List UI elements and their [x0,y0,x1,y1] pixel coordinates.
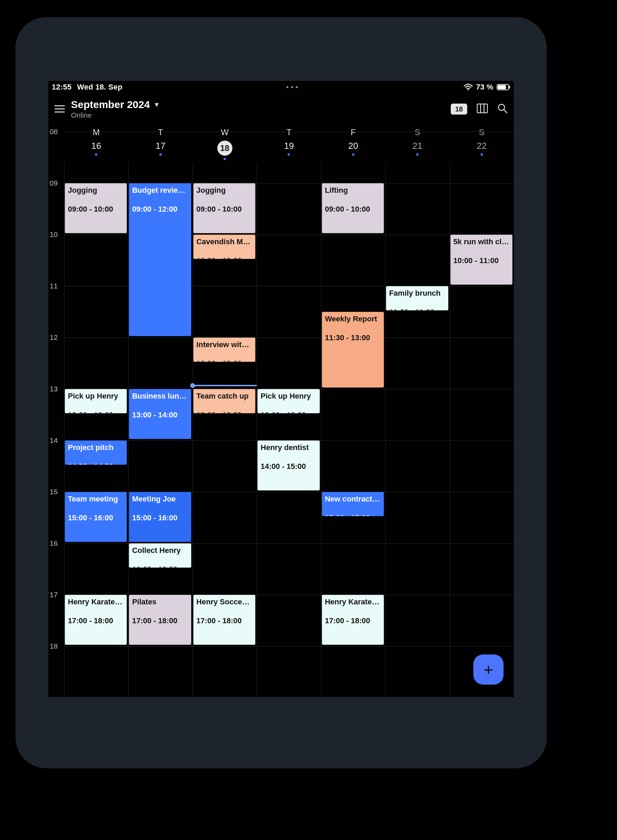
hour-row: 17 [48,595,64,646]
event-time: 10:00 - 11:00 [453,256,499,265]
calendar-event[interactable]: Jogging09:00 - 10:00 [65,183,127,233]
day-column-header[interactable]: S21 [385,126,449,163]
event-time: 15:00 - 15:30 [325,513,370,516]
svg-rect-5 [55,108,65,109]
event-title: Meeting Joe [132,494,188,504]
event-time: 13:00 - 13:30 [196,411,242,413]
calendar-event[interactable]: 5k run with club10:00 - 11:00 [450,235,512,285]
calendar-event[interactable]: Cavendish Me…10:00 - 10:30 [193,235,255,259]
event-indicator-dot [288,153,290,156]
event-indicator-dot [95,153,97,156]
status-ellipsis: ••• [123,83,464,92]
day-number: 17 [156,140,165,151]
grid-hour-line [64,646,514,646]
grid-body[interactable]: Jogging09:00 - 10:00Budget review meetin… [64,163,514,697]
day-column-header[interactable]: T17 [128,126,192,163]
event-indicator-dot [416,153,419,156]
tablet-frame: 12:55 Wed 18. Sep ••• 73 % [15,17,547,768]
grid-hour-line [64,132,514,132]
calendar-event[interactable]: Team catch up13:00 - 13:30 [193,389,255,413]
svg-point-0 [468,89,469,90]
hour-row: 13 [48,389,64,441]
event-title: Team meeting [68,494,124,504]
device-shadow [552,34,573,765]
hour-row: 09 [48,183,64,235]
event-title: Pilates [132,597,188,607]
svg-rect-4 [55,105,65,106]
add-event-button[interactable]: + [473,654,503,685]
calendar-event[interactable]: Weekly Report11:30 - 13:00 [322,312,384,387]
weekday-letter: S [479,127,484,137]
event-title: Family brunch [389,288,445,298]
svg-rect-7 [477,104,487,113]
search-button[interactable] [497,103,508,115]
day-column-header[interactable]: S22 [450,126,514,163]
event-title: Business lunch @ The Harp [132,391,188,401]
day-number: 18 [217,140,232,156]
calendar-event[interactable]: Lifting09:00 - 10:00 [322,183,384,233]
event-time: 11:30 - 13:00 [325,333,370,342]
today-button[interactable]: 18 [451,104,467,115]
day-column-header[interactable]: W18 [193,126,257,163]
day-header-row: M16T17W18T19F20S21S22 [48,126,514,163]
now-indicator-line [193,385,257,386]
calendar-event[interactable]: Project pitch14:00 - 14:30 [65,441,127,465]
event-indicator-dot [159,153,162,156]
svg-rect-2 [498,85,506,89]
svg-rect-6 [55,111,65,112]
day-column-header[interactable]: M16 [64,126,128,163]
calendar-event[interactable]: Budget review meeting09:00 - 12:00 [129,183,191,336]
calendar-event[interactable]: Meeting Joe15:00 - 16:00 [129,492,191,542]
day-column-header[interactable]: T19 [257,126,321,163]
weekday-letter: S [415,127,420,137]
calendar-event[interactable]: Interview wit…12:00 - 12:30 [193,337,255,362]
calendar-event[interactable]: Henry dentist14:00 - 15:00 [257,441,319,491]
event-time: 09:00 - 10:00 [68,205,113,213]
event-title: 5k run with club [453,237,509,247]
grid-day-line [193,163,193,697]
calendar-event[interactable]: Business lunch @ The Harp13:00 - 14:00 [129,389,191,439]
view-columns-button[interactable] [477,104,488,115]
hour-row: 10 [48,235,64,286]
calendar-event[interactable]: Pick up Henry13:00 - 13:30 [257,389,319,413]
calendar-event[interactable]: Family brunch11:00 - 11:30 [386,286,448,311]
now-indicator-dot [190,383,195,388]
weekday-letter: M [93,127,100,137]
event-time: 15:00 - 16:00 [68,513,113,522]
event-title: New contract … [325,494,381,504]
calendar-event[interactable]: Jogging09:00 - 10:00 [193,183,255,233]
wifi-icon [464,84,473,90]
event-time: 14:00 - 15:00 [261,462,306,470]
weekday-letter: T [286,127,292,137]
hour-label: 12 [50,333,58,342]
hour-label: 09 [50,179,58,187]
menu-button[interactable] [48,105,71,113]
event-time: 17:00 - 18:00 [325,617,370,625]
svg-line-11 [504,110,507,113]
calendar-event[interactable]: Henry Karate class17:00 - 18:00 [65,595,127,645]
calendar-event[interactable]: Henry Soccer practice17:00 - 18:00 [193,595,255,645]
event-time: 13:00 - 13:30 [261,411,306,413]
day-number: 21 [412,140,422,151]
calendar-event[interactable]: Pilates17:00 - 18:00 [129,595,191,645]
hour-label: 15 [50,488,58,496]
calendar-event[interactable]: Pick up Henry13:00 - 13:30 [65,389,127,413]
hour-gutter: 0809101112131415161718 [48,163,64,697]
calendar-event[interactable]: Team meeting15:00 - 16:00 [65,492,127,542]
event-time: 12:00 - 12:30 [196,359,242,362]
status-date: Wed 18. Sep [77,83,123,92]
calendar-event[interactable]: Collect Henry16:00 - 16:30 [129,543,191,568]
grid-day-line [450,163,450,697]
month-picker[interactable]: September 2024 ▼ [71,99,160,111]
event-time: 13:00 - 13:30 [68,411,113,413]
day-column-header[interactable]: F20 [321,126,385,163]
grid-day-line [64,163,65,697]
calendar-event[interactable]: Henry Karate class17:00 - 18:00 [322,595,384,645]
svg-rect-3 [509,86,510,89]
hour-row: 14 [48,441,64,492]
plus-icon: + [484,660,493,679]
event-time: 17:00 - 18:00 [68,617,113,625]
grid-day-line [128,163,128,697]
calendar-event[interactable]: New contract …15:00 - 15:30 [322,492,384,516]
calendar-grid[interactable]: 0809101112131415161718 Jogging09:00 - 10… [48,163,514,697]
